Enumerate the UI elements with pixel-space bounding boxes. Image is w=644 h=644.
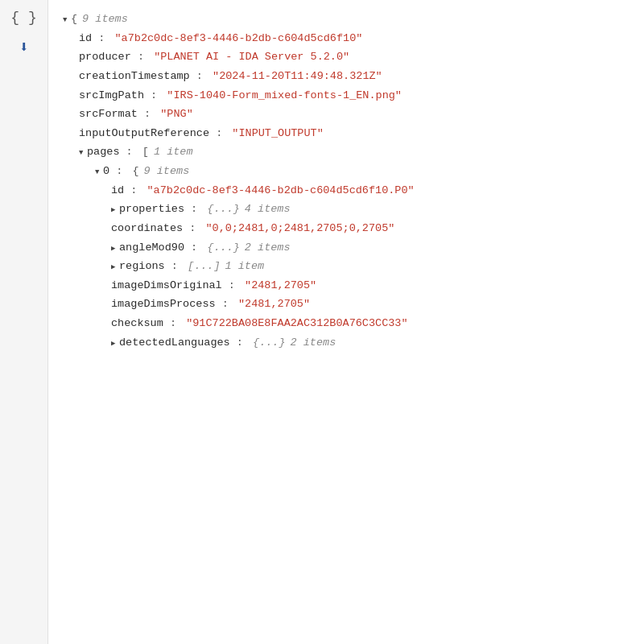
field-producer: producer : "PLANET AI - IDA Server 5.2.0… bbox=[63, 47, 631, 67]
value-imagedimsoriginal: "2481,2705" bbox=[245, 276, 316, 295]
key-pages-0-index: 0 bbox=[103, 162, 109, 181]
field-anglemod90-collapsed: angleMod90 : {...} 2 items bbox=[63, 238, 631, 258]
colon-srcformat: : bbox=[138, 105, 157, 124]
key-checksum: checksum bbox=[111, 314, 163, 333]
key-detectedlanguages: detectedLanguages bbox=[119, 333, 230, 353]
value-pages-0-id: "a7b2c0dc-8ef3-4446-b2db-c604d5cd6f10.P0… bbox=[147, 181, 415, 200]
pages-collapse-toggle[interactable] bbox=[79, 142, 87, 162]
pages-0-collapse-toggle[interactable] bbox=[95, 162, 103, 181]
key-pages: pages bbox=[87, 142, 120, 162]
colon-id: : bbox=[92, 29, 111, 48]
regions-meta: 1 item bbox=[225, 257, 265, 276]
root-brace: { bbox=[71, 10, 77, 29]
field-regions-collapsed: regions : [...] 1 item bbox=[63, 257, 631, 276]
anglemod90-preview: {...} bbox=[207, 238, 240, 258]
field-coordinates: coordinates : "0,0;2481,0;2481,2705;0,27… bbox=[63, 219, 631, 238]
root-object: { 9 items bbox=[63, 10, 631, 29]
value-creationtimestamp: "2024-11-20T11:49:48.321Z" bbox=[213, 67, 382, 86]
field-creationtimestamp: creationTimestamp : "2024-11-20T11:49:48… bbox=[63, 67, 631, 86]
field-checksum: checksum : "91C722BA08E8FAA2AC312B0A76C3… bbox=[63, 314, 631, 333]
colon-pages-0: : bbox=[109, 162, 129, 181]
key-coordinates: coordinates bbox=[111, 219, 183, 238]
colon-inputoutputreference: : bbox=[209, 124, 229, 143]
properties-meta: 4 items bbox=[245, 200, 291, 219]
pages-meta: 1 item bbox=[154, 142, 193, 162]
field-imagedimsoriginal: imageDimsOriginal : "2481,2705" bbox=[63, 276, 631, 295]
colon-producer: : bbox=[131, 47, 151, 67]
download-icon[interactable]: ⬇ bbox=[19, 37, 28, 57]
colon-pages: : bbox=[120, 142, 139, 162]
value-inputoutputreference: "INPUT_OUTPUT" bbox=[232, 124, 323, 143]
field-properties-collapsed: properties : {...} 4 items bbox=[63, 200, 631, 219]
colon-anglemod90: : bbox=[184, 238, 204, 258]
key-imagedimsoriginal: imageDimsOriginal bbox=[111, 276, 222, 295]
value-checksum: "91C722BA08E8FAA2AC312B0A76C3CC33" bbox=[186, 314, 407, 333]
field-srcformat: srcFormat : "PNG" bbox=[63, 105, 631, 124]
key-producer: producer bbox=[79, 47, 131, 67]
key-creationtimestamp: creationTimestamp bbox=[79, 67, 190, 86]
key-srcimgpath: srcImgPath bbox=[79, 86, 144, 105]
pages-0-meta: 9 items bbox=[144, 162, 190, 181]
value-coordinates: "0,0;2481,0;2481,2705;0,2705" bbox=[205, 219, 394, 238]
key-imagedimsprocess: imageDimsProcess bbox=[111, 295, 216, 314]
anglemod90-expand-toggle[interactable] bbox=[111, 238, 119, 258]
detectedlanguages-preview: {...} bbox=[253, 333, 286, 353]
colon-properties: : bbox=[184, 200, 204, 219]
regions-preview: [...] bbox=[188, 257, 221, 276]
colon-checksum: : bbox=[163, 314, 183, 333]
braces-icon[interactable]: { } bbox=[10, 10, 36, 26]
sidebar: { } ⬇ bbox=[0, 0, 48, 644]
pages-array-header: pages : [ 1 item bbox=[63, 142, 631, 162]
key-inputoutputreference: inputOutputReference bbox=[79, 124, 209, 143]
json-viewer: { 9 items id : "a7b2c0dc-8ef3-4446-b2db-… bbox=[48, 0, 644, 644]
pages-0-brace: { bbox=[132, 162, 138, 181]
colon-regions: : bbox=[165, 257, 184, 276]
value-srcimgpath: "IRS-1040-Form_mixed-fonts-1_EN.png" bbox=[167, 86, 402, 105]
anglemod90-meta: 2 items bbox=[245, 238, 291, 258]
pages-bracket-open: [ bbox=[142, 142, 149, 162]
pages-0-header: 0 : { 9 items bbox=[63, 162, 631, 181]
key-anglemod90: angleMod90 bbox=[119, 238, 184, 258]
colon-pages-0-id: : bbox=[124, 181, 143, 200]
field-inputoutputreference: inputOutputReference : "INPUT_OUTPUT" bbox=[63, 124, 631, 143]
colon-srcimgpath: : bbox=[144, 86, 163, 105]
colon-detectedlanguages: : bbox=[230, 333, 250, 353]
detectedlanguages-meta: 2 items bbox=[291, 333, 336, 353]
detectedlanguages-expand-toggle[interactable] bbox=[111, 333, 119, 353]
key-properties: properties bbox=[119, 200, 184, 219]
properties-preview: {...} bbox=[207, 200, 240, 219]
root-meta: 9 items bbox=[82, 10, 128, 29]
key-regions: regions bbox=[119, 257, 165, 276]
field-detectedlanguages-collapsed: detectedLanguages : {...} 2 items bbox=[63, 333, 631, 353]
field-srcimgpath: srcImgPath : "IRS-1040-Form_mixed-fonts-… bbox=[63, 86, 631, 105]
root-collapse-toggle[interactable] bbox=[63, 10, 71, 29]
key-srcformat: srcFormat bbox=[79, 105, 138, 124]
field-id: id : "a7b2c0dc-8ef3-4446-b2db-c604d5cd6f… bbox=[63, 29, 631, 48]
value-srcformat: "PNG" bbox=[160, 105, 193, 124]
value-id: "a7b2c0dc-8ef3-4446-b2db-c604d5cd6f10" bbox=[115, 29, 363, 48]
properties-expand-toggle[interactable] bbox=[111, 200, 119, 219]
value-producer: "PLANET AI - IDA Server 5.2.0" bbox=[154, 47, 349, 67]
app-container: { } ⬇ { 9 items id : "a7b2c0dc-8ef3-4446… bbox=[0, 0, 644, 644]
value-imagedimsprocess: "2481,2705" bbox=[238, 295, 310, 314]
colon-coordinates: : bbox=[183, 219, 202, 238]
key-id: id bbox=[79, 29, 92, 48]
field-pages-0-id: id : "a7b2c0dc-8ef3-4446-b2db-c604d5cd6f… bbox=[63, 181, 631, 200]
key-pages-0-id: id bbox=[111, 181, 124, 200]
regions-expand-toggle[interactable] bbox=[111, 257, 119, 276]
colon-imagedimsprocess: : bbox=[216, 295, 235, 314]
colon-creationtimestamp: : bbox=[190, 67, 209, 86]
colon-imagedimsoriginal: : bbox=[222, 276, 242, 295]
field-imagedimsprocess: imageDimsProcess : "2481,2705" bbox=[63, 295, 631, 314]
